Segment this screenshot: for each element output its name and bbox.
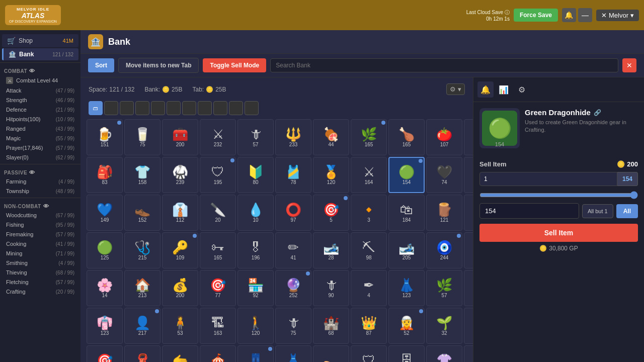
sidebar-item-prayer[interactable]: Prayer(17,846) (57 / 99) — [2, 143, 78, 152]
item-cell[interactable]: 🛡195 — [200, 157, 236, 193]
item-cell[interactable]: 🗄189 — [388, 345, 425, 362]
item-cell[interactable]: 👑87 — [351, 308, 387, 344]
sidebar-item-fishing[interactable]: Fishing (95 / 99) — [2, 220, 78, 229]
item-cell[interactable]: 🧰200 — [162, 119, 198, 155]
item-cell[interactable]: 🎯124 — [87, 345, 123, 362]
sidebar-item-hitpoints[interactable]: Hitpoints(100) (10 / 99) — [2, 115, 78, 124]
item-cell[interactable]: 🎒83 — [87, 157, 123, 193]
bank-tab-3[interactable] — [135, 101, 149, 115]
item-cell[interactable]: 🗝165 — [200, 232, 236, 268]
sidebar-item-defence[interactable]: Defence (21 / 99) — [2, 105, 78, 114]
item-cell[interactable]: 🖤74 — [426, 157, 462, 193]
notifications-button[interactable]: 🔔 — [562, 8, 576, 22]
settings-button[interactable]: — — [578, 8, 592, 22]
item-cell[interactable]: 🫱32 — [162, 345, 198, 362]
item-cell[interactable]: 👘123 — [87, 308, 123, 344]
item-cell[interactable]: 👗123 — [388, 270, 425, 306]
item-cell[interactable]: 🔸3 — [351, 195, 387, 231]
item-cell[interactable]: 🩺215 — [124, 232, 160, 268]
bank-tab-9[interactable] — [229, 101, 243, 115]
sort-button[interactable]: Sort — [88, 58, 114, 72]
item-cell[interactable]: 🎿28 — [313, 232, 349, 268]
item-cell[interactable]: 🏠213 — [124, 270, 160, 306]
item-cell[interactable]: ⚔232 — [200, 119, 236, 155]
item-cell[interactable]: 🔪20 — [200, 195, 236, 231]
bank-tab-7[interactable] — [198, 101, 212, 115]
sell-quantity-slider[interactable] — [479, 191, 638, 199]
item-cell[interactable]: 🔰80 — [237, 157, 274, 193]
sidebar-item-magic[interactable]: Magic (55 / 99) — [2, 134, 78, 143]
sidebar-item-strength[interactable]: Strength (46 / 99) — [2, 96, 78, 105]
item-cell[interactable]: 🎽78 — [275, 157, 311, 193]
item-cell[interactable]: 🎿205 — [388, 232, 425, 268]
item-cell[interactable]: 🔑109 — [162, 232, 198, 268]
item-cell[interactable]: 🧥9 — [464, 157, 473, 193]
passive-visibility-toggle[interactable]: 👁 — [29, 169, 35, 175]
rpanel-tab-item[interactable]: 🔔 — [477, 81, 494, 98]
sidebar-item-attack[interactable]: Attack (47 / 99) — [2, 86, 78, 95]
item-cell[interactable]: 🟢125 — [87, 232, 123, 268]
sidebar-item-cooking[interactable]: Cooking (41 / 99) — [2, 239, 78, 248]
sidebar-item-firemaking[interactable]: Firemaking (57 / 99) — [2, 230, 78, 239]
sidebar-item-smithing[interactable]: Smithing (4 / 99) — [2, 258, 78, 267]
force-save-button[interactable]: Force Save — [514, 9, 558, 22]
item-cell[interactable]: 🍖44 — [313, 119, 349, 155]
item-cell[interactable]: ⭕184 — [464, 345, 473, 362]
sell-item-button[interactable]: Sell Item — [479, 224, 638, 242]
item-cell[interactable]: 🌿57 — [426, 270, 462, 306]
item-cell[interactable]: 🎪204 — [200, 345, 236, 362]
sidebar-item-thieving[interactable]: Thieving (68 / 99) — [2, 268, 78, 277]
item-cell[interactable]: 🧣109 — [124, 345, 160, 362]
search-clear-button[interactable]: ✕ — [622, 58, 636, 72]
item-cell[interactable]: ⚔164 — [351, 157, 387, 193]
bank-settings-button[interactable]: ⚙ ▾ — [446, 83, 465, 95]
item-cell[interactable]: 👕158 — [124, 157, 160, 193]
search-input[interactable] — [270, 58, 618, 72]
item-cell[interactable]: 🏅120 — [313, 157, 349, 193]
item-cell[interactable]: ✒4 — [351, 270, 387, 306]
item-cell[interactable]: 🟡249 — [464, 195, 473, 231]
toggle-sell-mode-button[interactable]: Toggle Sell Mode — [203, 58, 266, 72]
item-cell[interactable]: 👔112 — [162, 195, 198, 231]
item-cell[interactable]: 🔱233 — [275, 119, 311, 155]
item-cell[interactable]: ⛏98 — [351, 232, 387, 268]
item-cell[interactable]: 🧤112 — [464, 270, 473, 306]
bank-tab-8[interactable] — [213, 101, 227, 115]
bank-tab-2[interactable] — [120, 101, 134, 115]
item-cell[interactable]: 💙149 — [87, 195, 123, 231]
item-cell[interactable]: 🛍184 — [388, 195, 425, 231]
bank-tab-4[interactable] — [151, 101, 165, 115]
sell-qty-input[interactable] — [479, 172, 617, 186]
item-cell[interactable]: 👤217 — [124, 308, 160, 344]
item-cell[interactable]: 🌸14 — [87, 270, 123, 306]
sidebar-item-ranged[interactable]: Ranged (43 / 99) — [2, 124, 78, 133]
item-cell[interactable]: 🌀172 — [464, 308, 473, 344]
item-cell[interactable]: 🧝52 — [388, 308, 425, 344]
sell-amount-input[interactable] — [479, 203, 579, 219]
sidebar-item-woodcutting[interactable]: Woodcutting (67 / 99) — [2, 211, 78, 220]
all-button[interactable]: All — [616, 204, 638, 218]
item-cell[interactable]: 🥋239 — [162, 157, 198, 193]
item-cell[interactable]: ⭕97 — [275, 195, 311, 231]
item-cell[interactable]: 🎯77 — [200, 270, 236, 306]
item-cell[interactable]: 🧿244 — [426, 232, 462, 268]
item-cell[interactable]: 👗179 — [275, 345, 311, 362]
item-cell[interactable]: 🏪92 — [237, 270, 274, 306]
item-link[interactable]: 🔗 — [594, 109, 601, 116]
item-cell[interactable]: 👞152 — [124, 195, 160, 231]
move-items-button[interactable]: Move items to new Tab — [118, 58, 199, 73]
item-cell[interactable]: 🔮252 — [275, 270, 311, 306]
item-cell[interactable]: 💧10 — [237, 195, 274, 231]
item-cell[interactable]: 🌿165 — [351, 119, 387, 155]
combat-visibility-toggle[interactable]: 👁 — [29, 68, 35, 74]
sidebar-item-combat-level[interactable]: ⚔ Combat Level 44 — [2, 75, 78, 85]
bank-tab-1[interactable] — [104, 101, 118, 115]
sidebar-item-slayer[interactable]: Slayer(0) (62 / 99) — [2, 153, 78, 162]
item-cell[interactable]: 💰200 — [162, 270, 198, 306]
item-cell[interactable]: 🗡90 — [313, 270, 349, 306]
item-cell[interactable]: 🪵121 — [426, 195, 462, 231]
sidebar-item-farming[interactable]: Farming (4 / 99) — [2, 177, 78, 186]
sidebar-item-bank[interactable]: 🏦 Bank 121 / 132 — [2, 48, 78, 60]
item-cell[interactable]: 🎖196 — [237, 232, 274, 268]
rpanel-tab-stats[interactable]: 📊 — [496, 81, 512, 98]
